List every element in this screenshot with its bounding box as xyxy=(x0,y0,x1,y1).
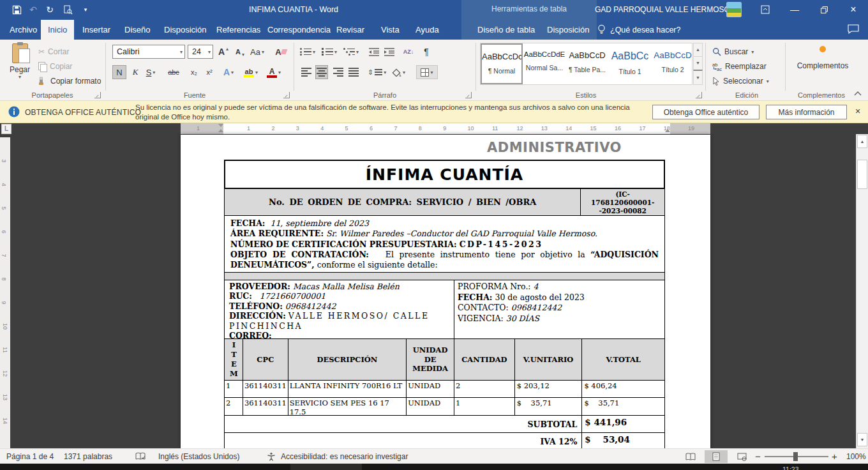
close-button[interactable]: × xyxy=(844,0,863,19)
dismiss-warning-icon[interactable]: × xyxy=(855,106,860,116)
redo-icon[interactable]: ↻ xyxy=(42,3,57,17)
line-spacing-button[interactable]: ⇕▾ xyxy=(368,65,386,79)
show-marks-button[interactable]: ¶ xyxy=(420,45,433,59)
zoom-level[interactable]: 100% xyxy=(846,449,866,464)
first-line-indent-marker[interactable] xyxy=(218,124,223,127)
style-normal[interactable]: AaBbCcDc ¶ Normal xyxy=(481,43,523,84)
style-table-paragraph[interactable]: AaBbCcD ¶ Table Pa... xyxy=(566,43,608,84)
align-right-button[interactable] xyxy=(332,65,345,79)
font-name-combobox[interactable]: Calibri ▾ xyxy=(112,45,185,59)
font-size-combobox[interactable]: 24 ▾ xyxy=(188,45,213,59)
superscript-button[interactable]: x² xyxy=(203,65,216,79)
multilevel-list-button[interactable]: ▾ xyxy=(343,45,359,59)
bold-button[interactable]: N xyxy=(112,65,126,79)
feedback-icon[interactable] xyxy=(848,24,859,34)
print-preview-icon[interactable] xyxy=(60,3,75,17)
strikethrough-button[interactable]: abc xyxy=(167,65,180,79)
learn-more-button[interactable]: Más información xyxy=(766,105,847,119)
tab-revisar[interactable]: Revisar xyxy=(329,20,371,40)
increase-indent-button[interactable] xyxy=(383,45,396,59)
vertical-scrollbar[interactable]: ▲ ▼ xyxy=(856,134,868,448)
document-page[interactable]: ADMINISTRATIVO ÍNFIMA CUANTÍA No. DE ORD… xyxy=(181,135,710,448)
tab-diseno[interactable]: Diseño xyxy=(117,20,157,40)
sort-button[interactable]: AZ↓ xyxy=(402,45,415,59)
paste-button[interactable]: Pegar ▾ xyxy=(5,43,34,80)
clipboard-dialog-launcher[interactable] xyxy=(94,92,101,98)
account-name[interactable]: GAD PARROQUIAL VALLE HERMOSO xyxy=(595,0,730,19)
italic-button[interactable]: K xyxy=(129,65,142,79)
zoom-in-icon[interactable]: + xyxy=(832,449,837,464)
restore-button[interactable] xyxy=(814,0,834,19)
accessibility-status[interactable]: Accesibilidad: es necesario investigar xyxy=(281,449,408,464)
scroll-up-icon[interactable]: ▲ xyxy=(857,135,867,148)
v-ruler[interactable]: 34567891011121314 xyxy=(0,137,10,448)
tab-referencias[interactable]: Referencias xyxy=(209,20,267,40)
cut-button[interactable]: ✂ Cortar xyxy=(38,45,69,59)
grow-font-button[interactable]: A▴ xyxy=(217,45,230,59)
styles-scroll-down[interactable]: ▼ xyxy=(693,56,703,70)
scroll-down-icon[interactable]: ▼ xyxy=(857,433,867,446)
addins-button[interactable]: Complementos xyxy=(797,46,849,70)
shrink-font-button[interactable]: A▾ xyxy=(234,45,246,59)
tab-disposicion[interactable]: Disposición xyxy=(157,20,213,40)
zoom-slider-thumb[interactable] xyxy=(793,452,798,461)
align-center-button[interactable] xyxy=(315,65,328,79)
shading-button[interactable]: ▾ xyxy=(392,65,405,79)
borders-button[interactable]: ▾ xyxy=(416,65,438,79)
save-icon[interactable] xyxy=(9,3,24,17)
styles-scroll-up[interactable]: ▲ xyxy=(693,43,703,57)
ribbon-display-options-icon[interactable] xyxy=(756,0,775,19)
tell-me-box[interactable]: ¿Qué desea hacer? xyxy=(597,20,681,40)
font-dialog-launcher[interactable] xyxy=(283,92,290,98)
style-titulo-2[interactable]: AaBbCcD Título 2 xyxy=(652,43,694,84)
underline-button[interactable]: S▾ xyxy=(144,65,157,79)
select-button[interactable]: Seleccionar▾ xyxy=(712,74,769,88)
tab-vista[interactable]: Vista xyxy=(374,20,407,40)
web-layout-icon[interactable] xyxy=(730,450,753,463)
word-count[interactable]: 1371 palabras xyxy=(64,449,112,464)
tab-inicio[interactable]: Inicio xyxy=(41,20,74,40)
find-button[interactable]: Buscar▾ xyxy=(712,45,754,59)
left-indent-marker[interactable] xyxy=(218,129,223,132)
undo-icon[interactable]: ↶ xyxy=(26,3,41,17)
clear-formatting-button[interactable]: A xyxy=(274,45,287,59)
numbering-button[interactable]: ▾ xyxy=(322,45,337,59)
change-case-button[interactable]: Aa▾ xyxy=(250,45,264,59)
decrease-indent-button[interactable] xyxy=(368,45,380,59)
format-painter-button[interactable]: Copiar formato xyxy=(38,74,101,88)
h-ruler-number: 1 xyxy=(197,125,200,132)
read-mode-icon[interactable] xyxy=(679,450,702,463)
replace-button[interactable]: abac Reemplazar xyxy=(712,59,767,73)
styles-dialog-launcher[interactable] xyxy=(696,92,702,98)
tab-correspondencia[interactable]: Correspondencia xyxy=(260,20,338,40)
language-indicator[interactable]: Inglés (Estados Unidos) xyxy=(158,449,239,464)
scrollbar-thumb[interactable] xyxy=(857,160,867,189)
page-indicator[interactable]: Página 1 de 4 xyxy=(6,449,54,464)
subscript-button[interactable]: x₂ xyxy=(188,65,200,79)
get-genuine-office-button[interactable]: Obtenga Office auténtico xyxy=(652,105,760,119)
tab-selector[interactable]: L xyxy=(1,124,11,134)
text-effects-button[interactable]: A▾ xyxy=(222,65,235,79)
tab-archivo[interactable]: Archivo xyxy=(3,20,44,40)
qat-customize-icon[interactable]: ▾ xyxy=(78,3,93,17)
zoom-out-icon[interactable]: − xyxy=(755,449,761,464)
align-left-button[interactable] xyxy=(300,65,313,79)
tab-insertar[interactable]: Insertar xyxy=(75,20,117,40)
collapse-ribbon-icon[interactable] xyxy=(854,91,862,96)
minimize-button[interactable]: — xyxy=(785,0,804,19)
style-normal-sa[interactable]: AaBbCcDdE Normal Sa... xyxy=(523,43,565,84)
h-ruler[interactable]: 112345678910111213141516171819 xyxy=(181,123,710,134)
tab-ayuda[interactable]: Ayuda xyxy=(408,20,446,40)
bullets-button[interactable]: ▾ xyxy=(300,45,315,59)
styles-gallery-more[interactable]: ▼ xyxy=(693,70,703,85)
tab-disposicion-tabla[interactable]: Disposición xyxy=(540,20,596,40)
tab-diseno-de-tabla[interactable]: Diseño de tabla xyxy=(470,20,542,40)
justify-button[interactable] xyxy=(347,65,360,79)
text-highlight-button[interactable]: ab▾ xyxy=(244,65,258,79)
paragraph-dialog-launcher[interactable] xyxy=(465,92,472,98)
account-avatar[interactable] xyxy=(726,2,742,17)
font-color-button[interactable]: A▾ xyxy=(267,65,281,79)
print-layout-icon[interactable] xyxy=(705,450,728,463)
copy-button[interactable]: Copiar xyxy=(38,59,72,73)
style-titulo-1[interactable]: AaBbCc Título 1 xyxy=(609,43,651,84)
